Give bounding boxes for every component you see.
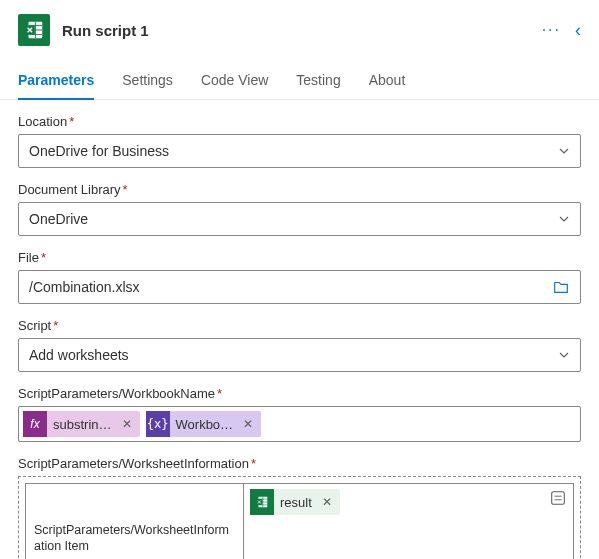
field-library: Document Library* OneDrive bbox=[18, 182, 581, 236]
select-script[interactable]: Add worksheets bbox=[18, 338, 581, 372]
card-title: Run script 1 bbox=[62, 22, 542, 39]
token-label: Workbo… bbox=[170, 417, 242, 432]
variable-icon: {x} bbox=[146, 411, 170, 437]
tab-settings[interactable]: Settings bbox=[122, 72, 173, 99]
array-item-value[interactable]: result ✕ bbox=[243, 483, 574, 559]
folder-picker-icon[interactable] bbox=[552, 278, 570, 296]
token-remove-icon[interactable]: ✕ bbox=[120, 417, 134, 431]
select-script-value: Add worksheets bbox=[29, 347, 558, 363]
token-remove-icon[interactable]: ✕ bbox=[241, 417, 255, 431]
label-library: Document Library* bbox=[18, 182, 581, 197]
array-editor: ScriptParameters/WorksheetInformation It… bbox=[18, 476, 581, 559]
field-script: Script* Add worksheets bbox=[18, 318, 581, 372]
tab-bar: Parameters Settings Code View Testing Ab… bbox=[0, 54, 599, 100]
chevron-down-icon bbox=[558, 213, 570, 225]
token-label: result bbox=[274, 495, 320, 510]
label-location: Location* bbox=[18, 114, 581, 129]
select-library-value: OneDrive bbox=[29, 211, 558, 227]
card-header: Run script 1 ··· ‹ bbox=[0, 0, 599, 54]
input-workbook-name[interactable]: fx substrin… ✕ {x} Workbo… ✕ bbox=[18, 406, 581, 442]
input-file[interactable]: /Combination.xlsx bbox=[18, 270, 581, 304]
excel-icon bbox=[18, 14, 50, 46]
label-workbook-name: ScriptParameters/WorkbookName* bbox=[18, 386, 581, 401]
label-worksheet-info: ScriptParameters/WorksheetInformation* bbox=[18, 456, 581, 471]
svg-rect-13 bbox=[552, 492, 565, 505]
header-actions: ··· ‹ bbox=[542, 20, 581, 41]
field-worksheet-info: ScriptParameters/WorksheetInformation* S… bbox=[18, 456, 581, 559]
tab-testing[interactable]: Testing bbox=[296, 72, 340, 99]
select-library[interactable]: OneDrive bbox=[18, 202, 581, 236]
label-script: Script* bbox=[18, 318, 581, 333]
field-workbook-name: ScriptParameters/WorkbookName* fx substr… bbox=[18, 386, 581, 442]
token-label: substrin… bbox=[47, 417, 120, 432]
array-item-label: ScriptParameters/WorksheetInformation It… bbox=[25, 483, 243, 559]
tab-code-view[interactable]: Code View bbox=[201, 72, 268, 99]
collapse-icon[interactable]: ‹ bbox=[575, 20, 581, 41]
chevron-down-icon bbox=[558, 145, 570, 157]
tab-parameters[interactable]: Parameters bbox=[18, 72, 94, 100]
token-variable[interactable]: {x} Workbo… ✕ bbox=[146, 411, 262, 437]
token-expression[interactable]: fx substrin… ✕ bbox=[23, 411, 140, 437]
tab-about[interactable]: About bbox=[369, 72, 406, 99]
token-remove-icon[interactable]: ✕ bbox=[320, 495, 334, 509]
excel-icon bbox=[250, 489, 274, 515]
fx-icon: fx bbox=[23, 411, 47, 437]
token-output[interactable]: result ✕ bbox=[250, 489, 340, 515]
input-file-value: /Combination.xlsx bbox=[29, 279, 552, 295]
select-location-value: OneDrive for Business bbox=[29, 143, 558, 159]
action-card: Run script 1 ··· ‹ Parameters Settings C… bbox=[0, 0, 599, 559]
field-file: File* /Combination.xlsx bbox=[18, 250, 581, 304]
label-file: File* bbox=[18, 250, 581, 265]
more-icon[interactable]: ··· bbox=[542, 22, 561, 38]
chevron-down-icon bbox=[558, 349, 570, 361]
select-location[interactable]: OneDrive for Business bbox=[18, 134, 581, 168]
parameters-panel: Location* OneDrive for Business Document… bbox=[0, 100, 599, 559]
field-location: Location* OneDrive for Business bbox=[18, 114, 581, 168]
dynamic-content-icon[interactable] bbox=[549, 489, 567, 507]
